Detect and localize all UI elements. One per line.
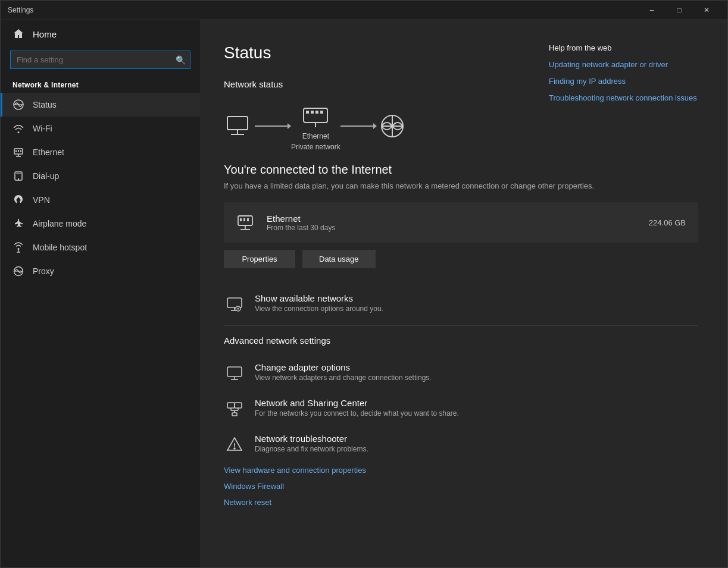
window-title: Settings [8,6,638,14]
help-link-2[interactable]: Troubleshooting network connection issue… [549,93,698,103]
internet-icon [377,111,408,142]
adv-option-0-title: Change adapter options [255,362,432,372]
search-icon: 🔍 [176,55,186,65]
wifi-icon [13,123,24,134]
vpn-icon [13,194,24,206]
available-networks-text: Show available networks View the connect… [255,293,383,313]
adv-option-2-text: Network troubleshooter Diagnose and fix … [255,434,368,453]
titlebar: Settings – □ ✕ [1,1,727,20]
adv-option-1-text: Network and Sharing Center For the netwo… [255,398,459,418]
troubleshooter-icon [224,434,245,455]
advanced-title: Advanced network settings [224,335,698,346]
ethernet-label: Ethernet [302,132,329,140]
eth-data: 224.06 GB [649,218,686,227]
svg-rect-20 [311,111,314,114]
svg-point-9 [18,178,19,180]
adv-option-0-text: Change adapter options View network adap… [255,362,432,382]
private-network-label: Private network [291,143,340,151]
sidebar-item-airplane-label: Airplane mode [33,219,86,228]
svg-rect-31 [243,218,245,221]
help-panel: Help from the web Updating network adapt… [549,43,698,110]
adv-option-1[interactable]: Network and Sharing Center For the netwo… [224,391,698,426]
svg-point-50 [234,448,235,449]
action-buttons: Properties Data usage [224,250,698,268]
data-usage-button[interactable]: Data usage [302,250,376,268]
link-firewall[interactable]: Windows Firewall [224,478,698,494]
help-link-1[interactable]: Finding my IP address [549,76,698,87]
available-networks-sub: View the connection options around you. [255,305,383,313]
sidebar-item-airplane[interactable]: Airplane mode [1,212,200,236]
search-input[interactable] [10,51,190,69]
adapter-options-icon [224,362,245,384]
available-networks-title: Show available networks [255,293,383,303]
svg-rect-43 [235,403,242,408]
adv-option-2[interactable]: Network troubleshooter Diagnose and fix … [224,426,698,462]
maximize-button[interactable]: □ [665,1,693,20]
link-reset[interactable]: Network reset [224,494,698,510]
svg-rect-30 [240,218,242,221]
sidebar-item-proxy[interactable]: Proxy [1,259,200,283]
sidebar-home[interactable]: Home [1,20,200,48]
sidebar-item-ethernet[interactable]: Ethernet [1,140,200,164]
adv-option-0-sub: View network adapters and change connect… [255,374,432,382]
svg-rect-19 [306,111,309,114]
eth-card-icon [236,212,257,233]
search-box: 🔍 [10,51,190,69]
properties-button[interactable]: Properties [224,250,295,268]
sidebar-item-hotspot[interactable]: Mobile hotspot [1,236,200,259]
home-icon [13,28,24,40]
status-icon [13,99,24,111]
svg-rect-39 [227,367,242,376]
divider [224,325,698,326]
sharing-center-icon [224,398,245,419]
content-area: Help from the web Updating network adapt… [200,20,727,567]
eth-sub: From the last 30 days [267,224,639,232]
sidebar-item-vpn-label: VPN [33,195,50,205]
adv-option-0[interactable]: Change adapter options View network adap… [224,355,698,391]
sidebar-item-status-label: Status [33,100,57,109]
sidebar-item-dialup[interactable]: Dial-up [1,164,200,188]
dialup-icon [13,170,24,182]
router-icon-group: Ethernet Private network [291,101,340,151]
proxy-icon [13,265,24,277]
svg-rect-18 [304,108,327,123]
help-link-0[interactable]: Updating network adapter or driver [549,59,698,70]
svg-rect-7 [20,150,21,152]
computer-icon [224,111,255,142]
svg-rect-6 [18,150,19,152]
show-available-networks[interactable]: Show available networks View the connect… [224,285,698,323]
adv-option-2-sub: Diagnose and fix network problems. [255,445,368,453]
ethernet-card: Ethernet From the last 30 days 224.06 GB [224,202,698,243]
sidebar: Home 🔍 Network & Internet Status [1,20,200,567]
svg-rect-15 [227,117,248,130]
window-controls: – □ ✕ [638,1,720,20]
sidebar-item-vpn[interactable]: VPN [1,188,200,212]
sidebar-item-proxy-label: Proxy [33,266,54,276]
help-title: Help from the web [549,43,698,52]
svg-rect-22 [320,111,323,114]
settings-window: Settings – □ ✕ Home 🔍 [0,0,728,568]
svg-rect-33 [227,298,242,307]
svg-rect-42 [227,403,235,408]
sidebar-item-hotspot-label: Mobile hotspot [33,243,87,252]
svg-rect-21 [315,111,318,114]
sidebar-item-ethernet-label: Ethernet [33,148,64,157]
airplane-icon [13,218,24,230]
svg-rect-5 [15,150,17,152]
link-hardware[interactable]: View hardware and connection properties [224,462,698,478]
home-label: Home [33,29,57,39]
connected-desc: If you have a limited data plan, you can… [224,181,698,190]
sidebar-item-wifi-label: Wi-Fi [33,124,52,133]
sidebar-item-dialup-label: Dial-up [33,171,59,181]
sidebar-item-wifi[interactable]: Wi-Fi [1,117,200,140]
ethernet-icon [13,146,24,158]
svg-rect-48 [232,413,237,416]
adv-option-2-title: Network troubleshooter [255,434,368,444]
eth-name: Ethernet [267,214,639,224]
hotspot-icon [13,241,24,253]
close-button[interactable]: ✕ [693,1,720,20]
eth-info: Ethernet From the last 30 days [267,214,639,232]
minimize-button[interactable]: – [638,1,665,20]
sidebar-item-status[interactable]: Status [1,93,200,117]
main-layout: Home 🔍 Network & Internet Status [1,20,727,567]
